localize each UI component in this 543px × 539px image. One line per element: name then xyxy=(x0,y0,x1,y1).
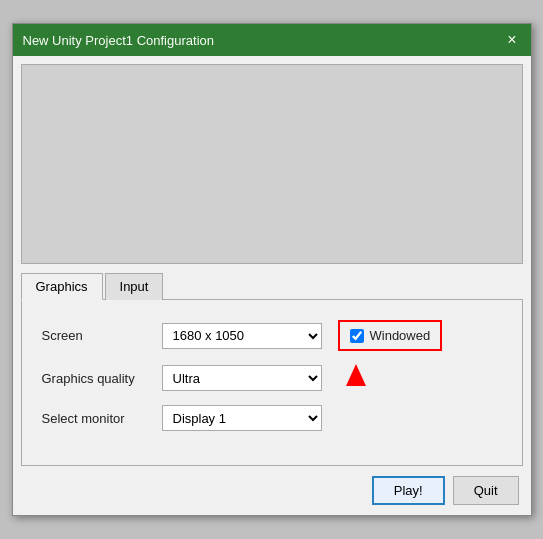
title-bar: New Unity Project1 Configuration × xyxy=(13,24,531,56)
red-arrow-icon xyxy=(346,364,366,386)
monitor-label: Select monitor xyxy=(42,411,162,426)
footer: Play! Quit xyxy=(13,466,531,515)
window-title: New Unity Project1 Configuration xyxy=(23,33,214,48)
screen-label: Screen xyxy=(42,328,162,343)
windowed-label: Windowed xyxy=(370,328,431,343)
quality-row: Graphics quality Ultra xyxy=(42,365,502,391)
tab-input[interactable]: Input xyxy=(105,273,164,300)
screen-row: Screen 1680 x 1050 Windowed xyxy=(42,320,502,351)
play-button[interactable]: Play! xyxy=(372,476,445,505)
quit-button[interactable]: Quit xyxy=(453,476,519,505)
tab-content-graphics: Screen 1680 x 1050 Windowed Graphics qua… xyxy=(21,300,523,466)
monitor-row: Select monitor Display 1 xyxy=(42,405,502,431)
close-button[interactable]: × xyxy=(503,30,520,50)
tab-graphics[interactable]: Graphics xyxy=(21,273,103,300)
quality-select[interactable]: Ultra xyxy=(162,365,322,391)
tabs-container: Graphics Input Screen 1680 x 1050 xyxy=(21,272,523,466)
screen-select[interactable]: 1680 x 1050 xyxy=(162,323,322,349)
configuration-window: New Unity Project1 Configuration × Graph… xyxy=(12,23,532,516)
windowed-checkbox[interactable] xyxy=(350,329,364,343)
preview-area xyxy=(21,64,523,264)
monitor-select[interactable]: Display 1 xyxy=(162,405,322,431)
quality-label: Graphics quality xyxy=(42,371,162,386)
tabs: Graphics Input xyxy=(21,272,523,300)
windowed-group: Windowed xyxy=(338,320,443,351)
